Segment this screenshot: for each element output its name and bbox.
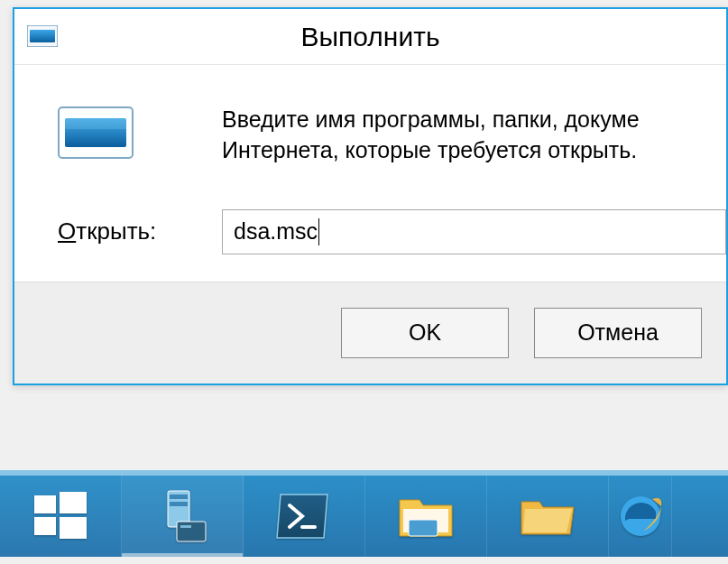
run-dialog: Выполнить Введите имя программы, папки, … xyxy=(13,7,728,385)
svg-rect-11 xyxy=(170,502,188,506)
desc-line1: Введите имя программы, папки, докуме xyxy=(222,106,640,132)
windows-start-icon xyxy=(32,488,88,544)
taskbar-powershell[interactable] xyxy=(244,476,365,557)
taskbar-explorer[interactable] xyxy=(365,476,487,557)
run-icon xyxy=(58,106,134,159)
desc-line2: Интернета, которые требуется открыть. xyxy=(222,137,637,162)
powershell-icon xyxy=(275,493,333,540)
dialog-description: Введите имя программы, папки, докуме Инт… xyxy=(222,105,640,166)
svg-rect-7 xyxy=(34,517,56,535)
svg-rect-12 xyxy=(177,522,206,541)
open-label: Открыть: xyxy=(58,217,222,245)
start-button[interactable] xyxy=(0,476,122,557)
cancel-button[interactable]: Отмена xyxy=(534,308,702,358)
titlebar[interactable]: Выполнить xyxy=(14,9,726,65)
file-explorer-icon xyxy=(396,491,456,541)
ok-button[interactable]: OK xyxy=(341,308,509,358)
window-title: Выполнить xyxy=(14,22,726,52)
taskbar-ie[interactable] xyxy=(609,476,672,557)
svg-rect-15 xyxy=(409,520,438,536)
internet-explorer-icon xyxy=(616,492,665,541)
dialog-content: Введите имя программы, папки, докуме Инт… xyxy=(14,65,726,384)
input-value: dsa.msc xyxy=(234,218,318,245)
open-input[interactable]: dsa.msc xyxy=(222,209,726,254)
svg-rect-8 xyxy=(60,517,87,539)
taskbar-server-manager[interactable] xyxy=(122,476,244,557)
svg-rect-5 xyxy=(34,495,56,513)
server-manager-icon xyxy=(153,487,211,545)
taskbar xyxy=(0,470,728,557)
svg-rect-10 xyxy=(170,495,188,499)
library-icon xyxy=(518,493,577,540)
svg-rect-13 xyxy=(180,525,191,528)
text-cursor xyxy=(318,218,319,245)
svg-rect-6 xyxy=(60,492,87,513)
button-row: OK Отмена xyxy=(14,282,726,384)
taskbar-library[interactable] xyxy=(487,476,609,557)
svg-rect-4 xyxy=(65,118,126,129)
